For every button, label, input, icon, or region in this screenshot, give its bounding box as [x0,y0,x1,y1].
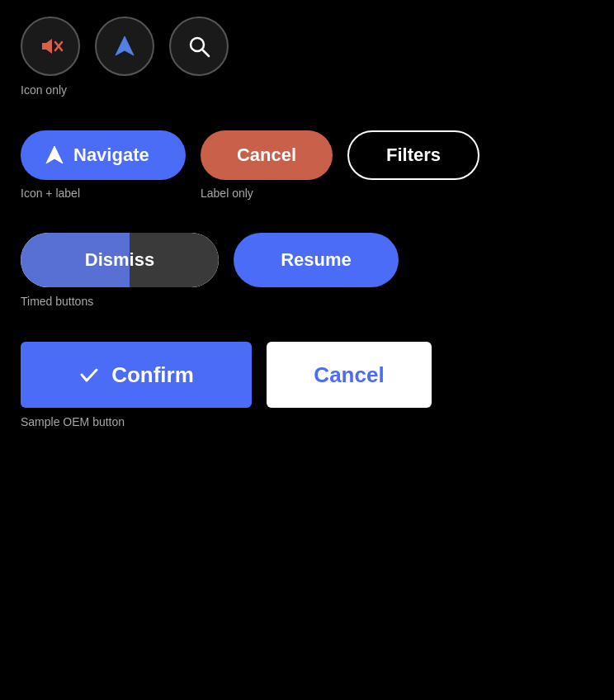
icon-label-sublabel: Icon + label [21,187,186,200]
navigate-label: Navigate [73,144,149,166]
cancel-oem-button[interactable]: Cancel [267,342,432,408]
icon-only-label: Icon only [21,83,67,97]
navigate-circle-button[interactable] [95,17,154,76]
oem-buttons-section: Confirm Cancel Sample OEM button [21,342,593,429]
svg-marker-5 [46,146,63,163]
confirm-button[interactable]: Confirm [21,342,252,408]
timed-buttons-label: Timed buttons [21,295,93,308]
pill-row: Navigate Cancel Filters [21,130,593,180]
checkmark-icon [78,364,100,385]
pill-buttons-section: Navigate Cancel Filters Icon + label Lab… [21,130,593,200]
search-magnifier-icon [185,32,213,60]
navigate-button[interactable]: Navigate [21,130,186,180]
volume-mute-icon [36,32,64,60]
resume-label: Resume [281,249,352,271]
search-circle-button[interactable] [169,17,229,76]
svg-line-4 [202,50,209,56]
dismiss-label: Dismiss [85,249,154,271]
filters-button[interactable]: Filters [347,130,479,180]
filters-label: Filters [386,144,441,166]
confirm-label: Confirm [111,362,194,388]
icon-only-row [21,17,593,76]
icon-only-section: Icon only [21,17,593,97]
oem-buttons-label: Sample OEM button [21,415,125,428]
oem-row: Confirm Cancel [21,342,593,408]
mute-button[interactable] [21,17,80,76]
timed-row: Dismiss Resume [21,233,593,287]
navigation-arrow-icon [111,32,139,60]
cancel-pill-label: Cancel [237,144,296,166]
pill-labels-row: Icon + label Label only [21,187,593,200]
resume-button[interactable]: Resume [234,233,399,287]
label-only-sublabel: Label only [201,187,253,200]
cancel-pill-button[interactable]: Cancel [201,130,333,180]
cancel-oem-label: Cancel [314,362,384,388]
dismiss-button[interactable]: Dismiss [21,233,219,287]
navigate-arrow-icon [44,144,65,166]
timed-buttons-section: Dismiss Resume Timed buttons [21,233,593,309]
svg-marker-2 [116,36,134,55]
